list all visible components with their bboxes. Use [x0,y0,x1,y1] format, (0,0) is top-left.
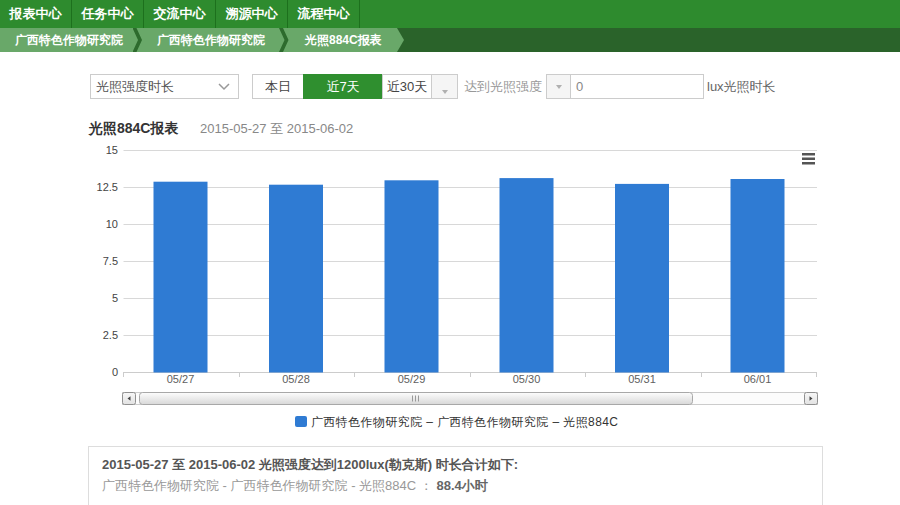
svg-text:05/28: 05/28 [282,373,310,385]
svg-text:12.5: 12.5 [97,181,118,193]
svg-text:5: 5 [112,292,118,304]
svg-text:10: 10 [106,218,118,230]
svg-text:广西特色作物研究院 – 广西特色作物研究院 – 光照884C: 广西特色作物研究院 – 广西特色作物研究院 – 光照884C [311,415,618,429]
svg-text:05/29: 05/29 [398,373,426,385]
svg-text:0: 0 [112,366,118,378]
svg-text:7.5: 7.5 [103,255,118,267]
svg-text:05/30: 05/30 [513,373,541,385]
svg-text:06/01: 06/01 [744,373,772,385]
svg-text:05/31: 05/31 [628,373,656,385]
svg-text:15: 15 [106,144,118,156]
svg-text:05/27: 05/27 [167,373,195,385]
svg-text:2.5: 2.5 [103,329,118,341]
